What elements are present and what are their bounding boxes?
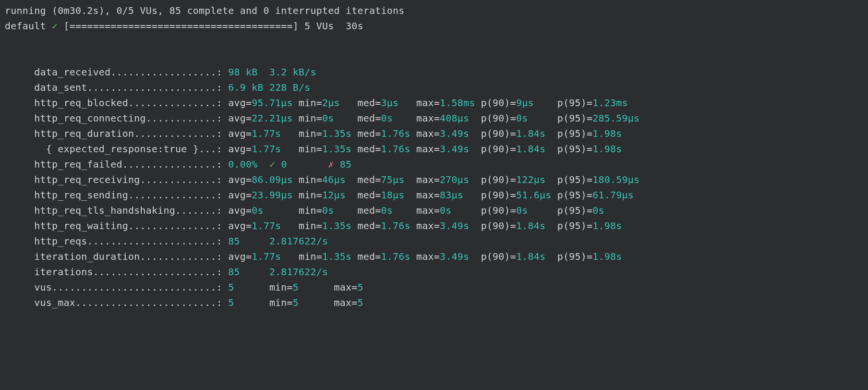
metric-expected_response_true-p90: 1.84s: [516, 143, 551, 155]
check-icon: ✓: [269, 158, 281, 170]
running-status-line: running (0m30.2s), 0/5 VUs, 85 complete …: [5, 5, 404, 16]
metric-iteration_duration-label: iteration_duration.............:: [34, 251, 222, 262]
metric-vus-label: vus............................:: [34, 281, 222, 293]
metric-http_req_failed-label: http_req_failed................:: [34, 158, 222, 170]
metric-http_req_waiting-avg: 1.77s: [252, 220, 293, 232]
metric-http_req_receiving-min: 46µs: [322, 174, 351, 185]
metric-http_req_receiving-max: 270µs: [440, 174, 475, 185]
metric-http_req_duration-med: 1.76s: [381, 128, 410, 139]
metrics-block: data_received..................: 98 kB 3…: [5, 66, 639, 308]
metric-http_req_duration-max: 3.49s: [440, 128, 475, 139]
metric-http_req_blocked-max: 1.58ms: [440, 97, 475, 109]
metric-http_req_duration-avg: 1.77s: [252, 128, 293, 139]
metric-vus-value: 5: [228, 281, 263, 293]
metric-http_req_blocked-p90: 9µs: [516, 97, 551, 109]
metric-http_req_waiting-med: 1.76s: [381, 220, 410, 232]
metric-http_req_sending-avg: 23.99µs: [252, 189, 293, 201]
terminal-output: running (0m30.2s), 0/5 VUs, 85 complete …: [0, 0, 868, 322]
metric-http_req_blocked-med: 3µs: [381, 97, 410, 109]
metric-data_received-v2: 3.2 kB/s: [269, 66, 316, 78]
metric-vus_max-value: 5: [228, 297, 263, 308]
metric-vus-min: 5: [293, 281, 328, 293]
metric-http_req_receiving-p90: 122µs: [516, 174, 551, 185]
metric-expected_response_true-med: 1.76s: [381, 143, 410, 155]
metric-http_req_sending-max: 83µs: [440, 189, 475, 201]
metric-expected_response_true-label: { expected_response:true }...:: [34, 143, 222, 155]
metric-expected_response_true-min: 1.35s: [322, 143, 351, 155]
metric-http_reqs-count: 85: [228, 235, 263, 247]
metric-iteration_duration-p95: 1.98s: [592, 251, 622, 262]
metric-http_req_connecting-avg: 22.21µs: [252, 112, 293, 124]
metric-data_sent-label: data_sent......................:: [34, 82, 222, 93]
metric-data_sent-v2: 228 B/s: [269, 82, 311, 93]
metric-iterations-label: iterations.....................:: [34, 266, 222, 278]
metric-http_req_receiving-med: 75µs: [381, 174, 410, 185]
metric-http_req_connecting-p95: 285.59µs: [592, 112, 639, 124]
metric-data_sent-v1: 6.9 kB: [228, 82, 263, 93]
metric-http_req_tls_handshaking-p90: 0s: [516, 205, 551, 216]
metric-http_req_receiving-label: http_req_receiving.............:: [34, 174, 222, 185]
metric-http_req_tls_handshaking-p95: 0s: [592, 205, 604, 216]
metric-http_req_blocked-min: 2µs: [322, 97, 351, 109]
metric-expected_response_true-avg: 1.77s: [252, 143, 293, 155]
metric-http_req_sending-p95: 61.79µs: [592, 189, 634, 201]
check-icon: ✓: [52, 20, 58, 32]
metric-http_req_waiting-p95: 1.98s: [592, 220, 622, 232]
metric-http_req_sending-label: http_req_sending...............:: [34, 189, 222, 201]
metric-http_req_tls_handshaking-avg: 0s: [252, 205, 293, 216]
metric-http_req_tls_handshaking-med: 0s: [381, 205, 410, 216]
metric-http_reqs-label: http_reqs......................:: [34, 235, 222, 247]
cross-icon: ✗: [328, 158, 339, 170]
metric-iteration_duration-max: 3.49s: [440, 251, 475, 262]
metric-http_req_failed-fail: 85: [340, 158, 351, 170]
scenario-default-label: default: [5, 20, 46, 32]
metric-http_req_duration-p95: 1.98s: [592, 128, 622, 139]
metric-http_req_receiving-avg: 86.09µs: [252, 174, 293, 185]
metric-vus_max-label: vus_max........................:: [34, 297, 222, 308]
metric-iteration_duration-p90: 1.84s: [516, 251, 551, 262]
metric-http_req_sending-p90: 51.6µs: [516, 189, 551, 201]
metric-vus_max-max: 5: [358, 297, 363, 308]
metric-iterations-rate: 2.817622/s: [269, 266, 328, 278]
metric-http_req_waiting-min: 1.35s: [322, 220, 351, 232]
metric-http_req_blocked-label: http_req_blocked...............:: [34, 97, 222, 109]
metric-http_req_duration-p90: 1.84s: [516, 128, 551, 139]
metric-http_req_duration-label: http_req_duration..............:: [34, 128, 222, 139]
metric-expected_response_true-max: 3.49s: [440, 143, 475, 155]
metric-http_req_connecting-p90: 0s: [516, 112, 551, 124]
metric-iteration_duration-avg: 1.77s: [252, 251, 293, 262]
metric-http_req_sending-min: 12µs: [322, 189, 351, 201]
metric-http_req_failed-pct: 0.00%: [228, 158, 263, 170]
metric-http_req_tls_handshaking-max: 0s: [440, 205, 475, 216]
metric-iterations-count: 85: [228, 266, 263, 278]
metric-http_req_waiting-label: http_req_waiting...............:: [34, 220, 222, 232]
metric-http_req_connecting-min: 0s: [322, 112, 351, 124]
metric-data_received-v1: 98 kB: [228, 66, 263, 78]
metric-http_req_blocked-avg: 95.71µs: [252, 97, 293, 109]
metric-iteration_duration-med: 1.76s: [381, 251, 410, 262]
metric-vus-max: 5: [358, 281, 363, 293]
metric-iteration_duration-min: 1.35s: [322, 251, 351, 262]
metric-http_req_receiving-p95: 180.59µs: [592, 174, 639, 185]
metric-http_req_connecting-max: 408µs: [440, 112, 475, 124]
metric-vus_max-min: 5: [293, 297, 328, 308]
metric-http_req_connecting-label: http_req_connecting............:: [34, 112, 222, 124]
metric-data_received-label: data_received..................:: [34, 66, 222, 78]
metric-http_req_blocked-p95: 1.23ms: [592, 97, 627, 109]
metric-http_req_sending-med: 18µs: [381, 189, 410, 201]
metric-http_req_waiting-max: 3.49s: [440, 220, 475, 232]
metric-http_reqs-rate: 2.817622/s: [269, 235, 328, 247]
metric-http_req_connecting-med: 0s: [381, 112, 410, 124]
metric-http_req_tls_handshaking-label: http_req_tls_handshaking.......:: [34, 205, 222, 216]
vus-duration-label: 5 VUs 30s: [299, 20, 363, 32]
metric-http_req_tls_handshaking-min: 0s: [322, 205, 351, 216]
metric-http_req_failed-pass: 0: [281, 158, 328, 170]
metric-expected_response_true-p95: 1.98s: [592, 143, 622, 155]
metric-http_req_duration-min: 1.35s: [322, 128, 351, 139]
progress-bar: [======================================]: [58, 20, 299, 32]
metric-http_req_waiting-p90: 1.84s: [516, 220, 551, 232]
